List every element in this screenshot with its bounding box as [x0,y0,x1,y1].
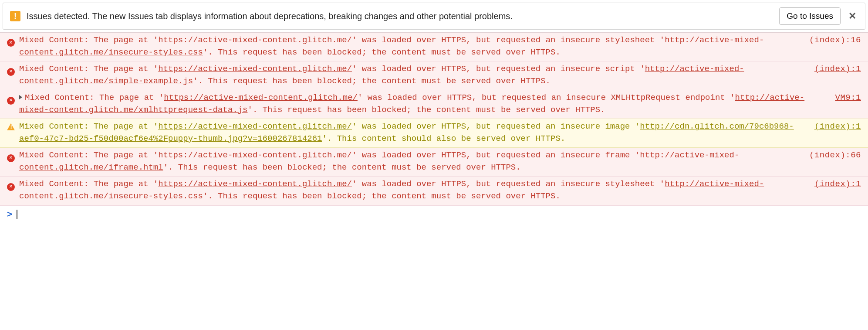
console-message: Mixed Content: The page at 'https://acti… [19,178,807,202]
source-link[interactable]: (index):1 [814,121,861,133]
source-link[interactable]: (index):1 [814,178,861,191]
expand-caret-icon[interactable] [19,95,22,99]
console-row[interactable]: ✕Mixed Content: The page at 'https://act… [0,90,868,119]
source-link[interactable]: (index):66 [809,150,861,162]
prompt-caret-icon: > [7,210,12,220]
go-to-issues-button[interactable]: Go to Issues [779,7,841,25]
error-icon: ✕ [7,154,15,162]
console-row[interactable]: ✕Mixed Content: The page at 'https://act… [0,148,868,177]
issues-bar: Issues detected. The new Issues tab disp… [3,3,865,30]
page-url-link[interactable]: https://active-mixed-content.glitch.me/ [158,179,352,189]
error-icon: ✕ [7,68,15,76]
console-message: Mixed Content: The page at 'https://acti… [19,34,801,58]
console-row[interactable]: ✕Mixed Content: The page at 'https://act… [0,33,868,61]
console-message: Mixed Content: The page at 'https://acti… [19,92,827,116]
console-prompt[interactable]: > [0,206,868,223]
issues-icon [10,11,20,21]
page-url-link[interactable]: https://active-mixed-content.glitch.me/ [158,122,352,131]
close-icon[interactable]: ✕ [847,10,858,22]
error-icon: ✕ [7,97,15,105]
console-log: ✕Mixed Content: The page at 'https://act… [0,32,868,206]
page-url-link[interactable]: https://active-mixed-content.glitch.me/ [164,93,358,102]
console-message: Mixed Content: The page at 'https://acti… [19,63,807,87]
page-url-link[interactable]: https://active-mixed-content.glitch.me/ [158,150,352,160]
warning-icon [7,123,15,130]
prompt-cursor [17,210,17,219]
console-row[interactable]: ✕Mixed Content: The page at 'https://act… [0,177,868,205]
error-icon: ✕ [7,39,15,47]
console-message: Mixed Content: The page at 'https://acti… [19,150,801,174]
error-icon: ✕ [7,183,15,191]
console-row[interactable]: ✕Mixed Content: The page at 'https://act… [0,61,868,90]
source-link[interactable]: (index):16 [809,34,861,47]
page-url-link[interactable]: https://active-mixed-content.glitch.me/ [158,35,352,45]
console-row[interactable]: Mixed Content: The page at 'https://acti… [0,119,868,148]
source-link[interactable]: VM9:1 [835,92,861,104]
console-message: Mixed Content: The page at 'https://acti… [19,121,807,145]
source-link[interactable]: (index):1 [814,63,861,75]
page-url-link[interactable]: https://active-mixed-content.glitch.me/ [158,64,352,74]
issues-bar-text: Issues detected. The new Issues tab disp… [27,11,773,21]
